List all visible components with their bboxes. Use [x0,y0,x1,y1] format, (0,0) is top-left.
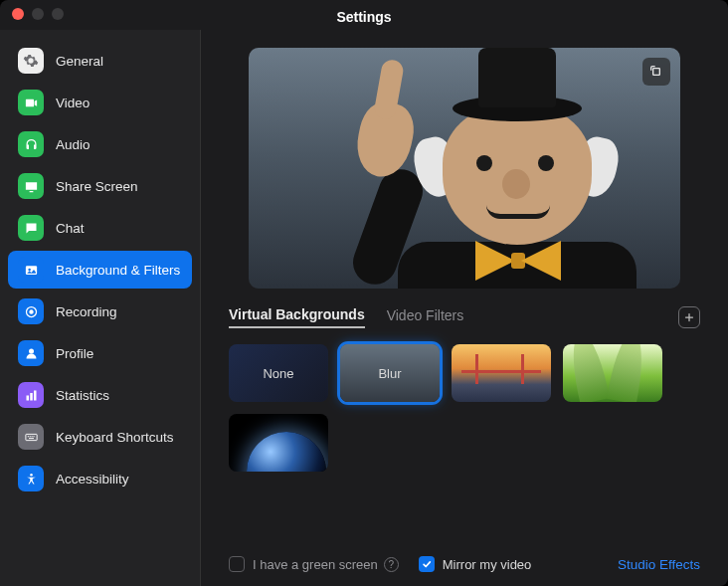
sidebar-item-label: Keyboard Shortcuts [56,430,174,445]
chat-icon [18,215,44,241]
svg-rect-15 [653,69,660,76]
mirror-video-checkbox[interactable] [419,556,435,572]
accessibility-icon [18,466,44,491]
sidebar-item-recording[interactable]: Recording [8,293,192,330]
green-screen-checkbox[interactable] [229,556,245,572]
thumbnail-label: Blur [378,366,401,381]
traffic-lights [12,8,64,20]
svg-point-4 [29,348,34,353]
svg-rect-10 [29,436,30,437]
background-option-earth[interactable] [229,414,328,472]
mirror-video-label: Mirror my video [443,557,532,572]
stats-icon [18,382,44,408]
background-option-none[interactable]: None [229,344,328,402]
svg-rect-11 [31,436,32,437]
green-screen-help-icon[interactable]: ? [384,557,399,572]
person-icon [18,340,44,366]
settings-sidebar: General Video Audio Share Screen [0,30,201,586]
sidebar-item-statistics[interactable]: Statistics [8,376,192,414]
sidebar-item-label: Share Screen [56,179,138,194]
close-window-button[interactable] [12,8,24,20]
sidebar-item-share-screen[interactable]: Share Screen [8,167,192,205]
sidebar-item-label: Profile [56,346,93,361]
video-preview [249,48,680,289]
settings-window: Settings General Video Audio [0,0,728,586]
sidebar-item-label: Chat [56,221,85,236]
svg-rect-8 [25,434,36,440]
svg-rect-13 [29,438,34,439]
headphones-icon [18,131,44,157]
sidebar-item-label: Accessibility [56,472,129,487]
rotate-preview-button[interactable] [642,58,670,86]
sidebar-item-background-filters[interactable]: Background & Filters [8,251,192,289]
background-thumbnails: None Blur [229,344,700,472]
record-icon [18,298,44,324]
svg-rect-7 [34,390,37,400]
svg-point-1 [28,268,31,271]
sidebar-item-profile[interactable]: Profile [8,334,192,372]
background-option-blur[interactable]: Blur [340,344,440,402]
svg-rect-9 [27,436,28,437]
svg-rect-6 [30,393,33,401]
background-option-grass[interactable] [563,344,662,402]
sidebar-item-label: Audio [56,137,91,152]
sidebar-item-label: Video [56,96,90,110]
tab-virtual-backgrounds[interactable]: Virtual Backgrounds [229,306,365,328]
green-screen-label: I have a green screen [253,557,378,572]
sidebar-item-general[interactable]: General [8,42,192,80]
zoom-window-button[interactable] [52,8,64,20]
add-background-button[interactable] [678,306,700,328]
sidebar-item-chat[interactable]: Chat [8,209,192,247]
sidebar-item-label: Recording [56,304,117,319]
background-icon [18,257,44,283]
sidebar-item-label: General [56,54,103,69]
filter-tabs: Virtual Backgrounds Video Filters [229,306,700,328]
footer-row: I have a green screen ? Mirror my video … [229,548,700,574]
tab-video-filters[interactable]: Video Filters [387,307,464,327]
sidebar-item-video[interactable]: Video [8,84,192,121]
svg-point-3 [29,309,33,313]
background-option-golden-gate[interactable] [452,344,551,402]
gear-icon [18,48,44,74]
studio-effects-link[interactable]: Studio Effects [618,557,700,572]
sidebar-item-keyboard-shortcuts[interactable]: Keyboard Shortcuts [8,418,192,456]
window-body: General Video Audio Share Screen [0,30,728,586]
sidebar-item-audio[interactable]: Audio [8,125,192,163]
sidebar-item-label: Background & Filters [56,263,180,278]
thumbnail-label: None [263,366,293,381]
share-screen-icon [18,173,44,199]
minimize-window-button[interactable] [32,8,44,20]
svg-rect-12 [33,436,34,437]
svg-rect-5 [26,395,29,400]
sidebar-item-label: Statistics [56,388,109,403]
window-title: Settings [0,9,728,25]
main-panel: Virtual Backgrounds Video Filters None B… [201,30,728,586]
keyboard-icon [18,424,44,450]
svg-point-14 [30,473,33,476]
sidebar-item-accessibility[interactable]: Accessibility [8,460,192,497]
titlebar: Settings [0,0,728,30]
video-icon [18,90,44,115]
